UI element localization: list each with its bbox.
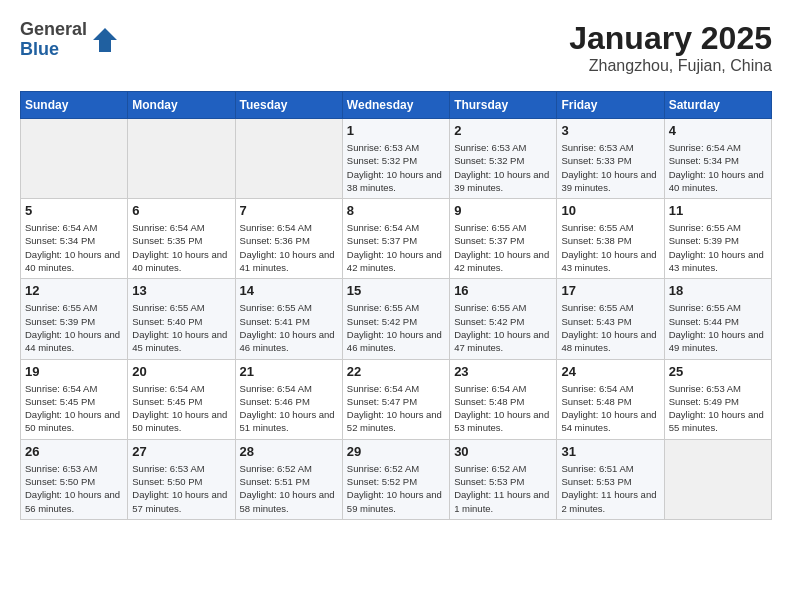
day-number: 23: [454, 364, 552, 379]
title-block: January 2025 Zhangzhou, Fujian, China: [569, 20, 772, 75]
calendar-cell: 13Sunrise: 6:55 AM Sunset: 5:40 PM Dayli…: [128, 279, 235, 359]
day-info: Sunrise: 6:55 AM Sunset: 5:42 PM Dayligh…: [347, 301, 445, 354]
day-info: Sunrise: 6:54 AM Sunset: 5:35 PM Dayligh…: [132, 221, 230, 274]
calendar-cell: 12Sunrise: 6:55 AM Sunset: 5:39 PM Dayli…: [21, 279, 128, 359]
day-info: Sunrise: 6:53 AM Sunset: 5:50 PM Dayligh…: [25, 462, 123, 515]
calendar-cell: 29Sunrise: 6:52 AM Sunset: 5:52 PM Dayli…: [342, 439, 449, 519]
calendar-cell: [21, 119, 128, 199]
day-info: Sunrise: 6:54 AM Sunset: 5:34 PM Dayligh…: [25, 221, 123, 274]
day-info: Sunrise: 6:54 AM Sunset: 5:45 PM Dayligh…: [25, 382, 123, 435]
calendar-cell: 16Sunrise: 6:55 AM Sunset: 5:42 PM Dayli…: [450, 279, 557, 359]
day-number: 31: [561, 444, 659, 459]
header-day-wednesday: Wednesday: [342, 92, 449, 119]
calendar-cell: 14Sunrise: 6:55 AM Sunset: 5:41 PM Dayli…: [235, 279, 342, 359]
day-number: 10: [561, 203, 659, 218]
day-info: Sunrise: 6:53 AM Sunset: 5:32 PM Dayligh…: [454, 141, 552, 194]
calendar-cell: 31Sunrise: 6:51 AM Sunset: 5:53 PM Dayli…: [557, 439, 664, 519]
calendar-cell: 2Sunrise: 6:53 AM Sunset: 5:32 PM Daylig…: [450, 119, 557, 199]
calendar-cell: 8Sunrise: 6:54 AM Sunset: 5:37 PM Daylig…: [342, 199, 449, 279]
header-day-monday: Monday: [128, 92, 235, 119]
calendar-cell: 19Sunrise: 6:54 AM Sunset: 5:45 PM Dayli…: [21, 359, 128, 439]
calendar-cell: 3Sunrise: 6:53 AM Sunset: 5:33 PM Daylig…: [557, 119, 664, 199]
day-number: 8: [347, 203, 445, 218]
calendar-cell: 23Sunrise: 6:54 AM Sunset: 5:48 PM Dayli…: [450, 359, 557, 439]
day-number: 29: [347, 444, 445, 459]
day-number: 14: [240, 283, 338, 298]
header-day-saturday: Saturday: [664, 92, 771, 119]
day-number: 6: [132, 203, 230, 218]
day-number: 5: [25, 203, 123, 218]
day-number: 26: [25, 444, 123, 459]
calendar-cell: 27Sunrise: 6:53 AM Sunset: 5:50 PM Dayli…: [128, 439, 235, 519]
header-day-thursday: Thursday: [450, 92, 557, 119]
day-number: 28: [240, 444, 338, 459]
calendar-cell: 20Sunrise: 6:54 AM Sunset: 5:45 PM Dayli…: [128, 359, 235, 439]
calendar-cell: 25Sunrise: 6:53 AM Sunset: 5:49 PM Dayli…: [664, 359, 771, 439]
day-number: 25: [669, 364, 767, 379]
day-info: Sunrise: 6:55 AM Sunset: 5:44 PM Dayligh…: [669, 301, 767, 354]
calendar-week-row: 1Sunrise: 6:53 AM Sunset: 5:32 PM Daylig…: [21, 119, 772, 199]
logo-icon: [91, 26, 119, 54]
logo-general: General: [20, 20, 87, 40]
day-info: Sunrise: 6:55 AM Sunset: 5:41 PM Dayligh…: [240, 301, 338, 354]
day-info: Sunrise: 6:52 AM Sunset: 5:51 PM Dayligh…: [240, 462, 338, 515]
day-info: Sunrise: 6:53 AM Sunset: 5:32 PM Dayligh…: [347, 141, 445, 194]
day-number: 7: [240, 203, 338, 218]
calendar-cell: 30Sunrise: 6:52 AM Sunset: 5:53 PM Dayli…: [450, 439, 557, 519]
calendar-cell: 5Sunrise: 6:54 AM Sunset: 5:34 PM Daylig…: [21, 199, 128, 279]
day-info: Sunrise: 6:54 AM Sunset: 5:34 PM Dayligh…: [669, 141, 767, 194]
calendar-title: January 2025: [569, 20, 772, 57]
day-info: Sunrise: 6:55 AM Sunset: 5:43 PM Dayligh…: [561, 301, 659, 354]
calendar-table: SundayMondayTuesdayWednesdayThursdayFrid…: [20, 91, 772, 520]
header-day-sunday: Sunday: [21, 92, 128, 119]
day-info: Sunrise: 6:54 AM Sunset: 5:48 PM Dayligh…: [561, 382, 659, 435]
calendar-week-row: 12Sunrise: 6:55 AM Sunset: 5:39 PM Dayli…: [21, 279, 772, 359]
calendar-cell: 28Sunrise: 6:52 AM Sunset: 5:51 PM Dayli…: [235, 439, 342, 519]
logo-blue: Blue: [20, 40, 87, 60]
day-number: 2: [454, 123, 552, 138]
day-info: Sunrise: 6:55 AM Sunset: 5:40 PM Dayligh…: [132, 301, 230, 354]
day-number: 15: [347, 283, 445, 298]
day-info: Sunrise: 6:55 AM Sunset: 5:39 PM Dayligh…: [669, 221, 767, 274]
day-number: 20: [132, 364, 230, 379]
day-number: 24: [561, 364, 659, 379]
logo: General Blue: [20, 20, 119, 60]
day-number: 12: [25, 283, 123, 298]
day-number: 16: [454, 283, 552, 298]
calendar-cell: 6Sunrise: 6:54 AM Sunset: 5:35 PM Daylig…: [128, 199, 235, 279]
day-info: Sunrise: 6:54 AM Sunset: 5:37 PM Dayligh…: [347, 221, 445, 274]
day-info: Sunrise: 6:55 AM Sunset: 5:38 PM Dayligh…: [561, 221, 659, 274]
day-info: Sunrise: 6:54 AM Sunset: 5:36 PM Dayligh…: [240, 221, 338, 274]
day-number: 1: [347, 123, 445, 138]
day-info: Sunrise: 6:51 AM Sunset: 5:53 PM Dayligh…: [561, 462, 659, 515]
calendar-cell: 18Sunrise: 6:55 AM Sunset: 5:44 PM Dayli…: [664, 279, 771, 359]
day-info: Sunrise: 6:54 AM Sunset: 5:46 PM Dayligh…: [240, 382, 338, 435]
calendar-cell: 24Sunrise: 6:54 AM Sunset: 5:48 PM Dayli…: [557, 359, 664, 439]
day-number: 22: [347, 364, 445, 379]
day-info: Sunrise: 6:55 AM Sunset: 5:37 PM Dayligh…: [454, 221, 552, 274]
day-number: 11: [669, 203, 767, 218]
calendar-subtitle: Zhangzhou, Fujian, China: [569, 57, 772, 75]
page-header: General Blue January 2025 Zhangzhou, Fuj…: [20, 20, 772, 75]
day-info: Sunrise: 6:55 AM Sunset: 5:39 PM Dayligh…: [25, 301, 123, 354]
calendar-cell: 21Sunrise: 6:54 AM Sunset: 5:46 PM Dayli…: [235, 359, 342, 439]
day-number: 3: [561, 123, 659, 138]
day-info: Sunrise: 6:53 AM Sunset: 5:50 PM Dayligh…: [132, 462, 230, 515]
day-number: 4: [669, 123, 767, 138]
day-info: Sunrise: 6:54 AM Sunset: 5:45 PM Dayligh…: [132, 382, 230, 435]
calendar-cell: [235, 119, 342, 199]
calendar-cell: 1Sunrise: 6:53 AM Sunset: 5:32 PM Daylig…: [342, 119, 449, 199]
calendar-cell: 15Sunrise: 6:55 AM Sunset: 5:42 PM Dayli…: [342, 279, 449, 359]
calendar-cell: 11Sunrise: 6:55 AM Sunset: 5:39 PM Dayli…: [664, 199, 771, 279]
svg-marker-0: [93, 28, 117, 52]
day-number: 19: [25, 364, 123, 379]
calendar-cell: 22Sunrise: 6:54 AM Sunset: 5:47 PM Dayli…: [342, 359, 449, 439]
calendar-cell: 7Sunrise: 6:54 AM Sunset: 5:36 PM Daylig…: [235, 199, 342, 279]
calendar-cell: [664, 439, 771, 519]
calendar-cell: 17Sunrise: 6:55 AM Sunset: 5:43 PM Dayli…: [557, 279, 664, 359]
calendar-cell: 9Sunrise: 6:55 AM Sunset: 5:37 PM Daylig…: [450, 199, 557, 279]
day-info: Sunrise: 6:54 AM Sunset: 5:47 PM Dayligh…: [347, 382, 445, 435]
day-number: 13: [132, 283, 230, 298]
calendar-week-row: 19Sunrise: 6:54 AM Sunset: 5:45 PM Dayli…: [21, 359, 772, 439]
day-info: Sunrise: 6:52 AM Sunset: 5:52 PM Dayligh…: [347, 462, 445, 515]
